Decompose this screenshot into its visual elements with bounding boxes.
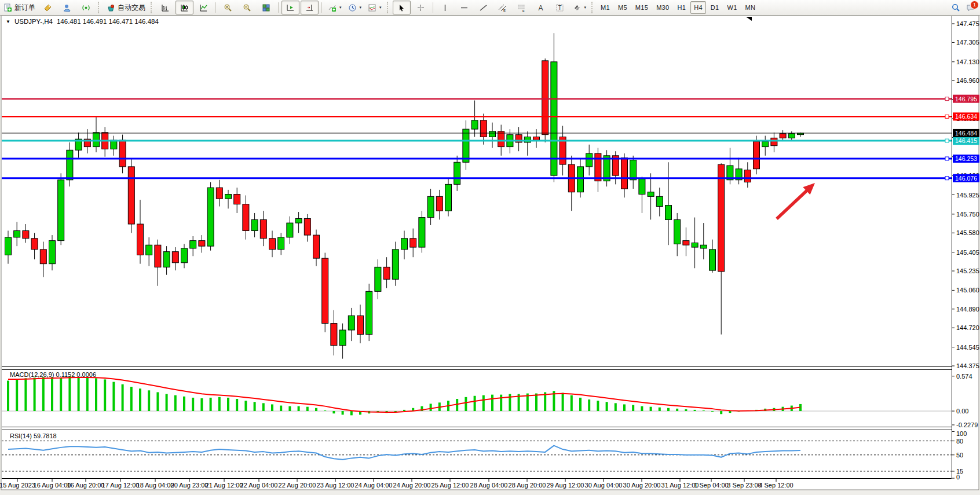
vertical-line-icon: [440, 3, 450, 13]
svg-text:80: 80: [956, 438, 963, 445]
svg-text:25 Aug 12:00: 25 Aug 12:00: [432, 482, 469, 489]
svg-text:146.253: 146.253: [955, 155, 977, 162]
timeframe-mn-button[interactable]: MN: [742, 1, 759, 14]
svg-text:0.574: 0.574: [956, 373, 972, 380]
auto-trading-label: 自动交易: [118, 3, 145, 13]
vertical-line-button[interactable]: [436, 1, 454, 14]
add-indicator-icon: [327, 3, 337, 13]
candle: [604, 150, 610, 186]
chart-canvas[interactable]: 147.475147.305147.130146.960146.790146.6…: [0, 0, 980, 495]
macd-bar: [60, 377, 62, 411]
template-selector-button[interactable]: ▾: [365, 1, 384, 14]
cursor-button[interactable]: [393, 1, 411, 14]
cloud-publish-button[interactable]: [58, 1, 76, 14]
svg-text:3 Sep 23:00: 3 Sep 23:00: [727, 482, 761, 489]
search-icon[interactable]: [951, 3, 961, 13]
fibonacci-button[interactable]: F: [513, 1, 531, 14]
macd-bar: [332, 411, 335, 413]
macd-bar: [112, 382, 115, 411]
timeframe-w1-button[interactable]: W1: [723, 1, 740, 14]
timeframe-h1-button[interactable]: H1: [674, 1, 689, 14]
svg-text:146.795: 146.795: [955, 96, 977, 102]
macd-bar: [271, 404, 273, 411]
chevron-down-icon[interactable]: ▾: [379, 5, 382, 10]
macd-bar: [729, 411, 731, 413]
macd-bar: [430, 404, 432, 411]
svg-text:24 Aug 20:00: 24 Aug 20:00: [393, 482, 431, 489]
equidistant-channel-button[interactable]: E: [493, 1, 511, 14]
macd-bar: [156, 392, 159, 411]
auto-scroll-button[interactable]: [281, 1, 299, 14]
chart-shift-button[interactable]: [301, 1, 319, 14]
signal-button[interactable]: [77, 1, 95, 14]
chart-title: ▼ USDJPY-,H4 146.481 146.491 146.471 146…: [6, 18, 159, 25]
macd-bar: [183, 397, 185, 411]
new-order-button[interactable]: 新订单: [1, 1, 38, 14]
cursor-icon: [397, 3, 407, 13]
svg-text:144.890: 144.890: [956, 306, 979, 313]
add-indicator-button[interactable]: ▾: [325, 1, 344, 14]
timeframe-m30-button[interactable]: M30: [653, 1, 672, 14]
horizontal-line-button[interactable]: [455, 1, 473, 14]
chevron-down-icon[interactable]: ▾: [584, 5, 587, 10]
bar-chart-button[interactable]: [156, 1, 174, 14]
macd-bar: [350, 411, 353, 415]
auto-trading-button[interactable]: 自动交易: [104, 1, 148, 14]
svg-text:30 Aug 04:00: 30 Aug 04:00: [585, 482, 623, 489]
notification-badge: 1: [970, 1, 979, 9]
macd-bar: [95, 378, 97, 411]
macd-bar: [86, 377, 89, 411]
macd-bar: [210, 398, 212, 411]
macd-bar: [78, 377, 80, 411]
tile-windows-button[interactable]: [257, 1, 275, 14]
chevron-down-icon[interactable]: ▾: [339, 5, 342, 10]
macd-bar: [465, 397, 467, 411]
text-label-button[interactable]: T: [551, 1, 569, 14]
macd-bar: [491, 395, 493, 411]
zoom-out-button[interactable]: [238, 1, 256, 14]
arrow-tools-icon: [572, 3, 582, 13]
chevron-down-icon[interactable]: ▾: [360, 5, 362, 10]
new-order-label: 新订单: [14, 3, 35, 13]
svg-text:144.720: 144.720: [956, 324, 979, 331]
svg-text:146.076: 146.076: [955, 175, 977, 182]
macd-bar: [676, 409, 678, 411]
arrow-tools-button[interactable]: ▾: [570, 1, 589, 14]
macd-bar: [298, 406, 300, 411]
zoom-in-button[interactable]: [219, 1, 237, 14]
timeframe-m1-button[interactable]: M1: [597, 1, 613, 14]
symbol-dropdown-icon[interactable]: ▼: [6, 19, 10, 24]
svg-text:28 Aug 04:00: 28 Aug 04:00: [470, 482, 508, 489]
timeframe-d1-button[interactable]: D1: [707, 1, 723, 14]
notifications-icon[interactable]: 1: [966, 3, 975, 13]
timeframe-m5-button[interactable]: M5: [615, 1, 631, 14]
candlestick-chart-button[interactable]: [175, 1, 193, 14]
crosshair-button[interactable]: [412, 1, 430, 14]
trendline-button[interactable]: [474, 1, 492, 14]
signal-icon: [81, 3, 91, 13]
macd-bar: [324, 410, 326, 411]
timeframe-h4-button[interactable]: H4: [690, 1, 706, 14]
macd-bar: [139, 388, 141, 411]
tag-button[interactable]: [39, 1, 57, 14]
line-chart-button[interactable]: [195, 1, 213, 14]
svg-text:146.415: 146.415: [955, 137, 977, 144]
macd-bar: [166, 394, 168, 411]
text-tool-button[interactable]: A: [532, 1, 550, 14]
template-selector-icon: [367, 3, 377, 13]
cloud-publish-icon: [62, 3, 72, 13]
macd-bar: [571, 395, 573, 411]
svg-text:22 Aug 20:00: 22 Aug 20:00: [279, 482, 316, 489]
svg-text:-0.2279: -0.2279: [956, 421, 978, 428]
timeframe-m15-button[interactable]: M15: [632, 1, 652, 14]
auto-scroll-icon: [286, 3, 295, 13]
period-selector-button[interactable]: ▾: [345, 1, 364, 14]
macd-bar: [254, 402, 256, 411]
new-order-icon: [3, 3, 13, 13]
fibonacci-icon: F: [517, 3, 526, 13]
svg-text:147.130: 147.130: [956, 58, 979, 65]
macd-bar: [174, 395, 177, 411]
toolbar-separator: [151, 2, 153, 13]
svg-text:T: T: [558, 5, 561, 11]
main-toolbar: 新订单自动交易▾▾▾EFAT▾M1M5M15M30H1H4D1W1MN1: [0, 0, 980, 16]
